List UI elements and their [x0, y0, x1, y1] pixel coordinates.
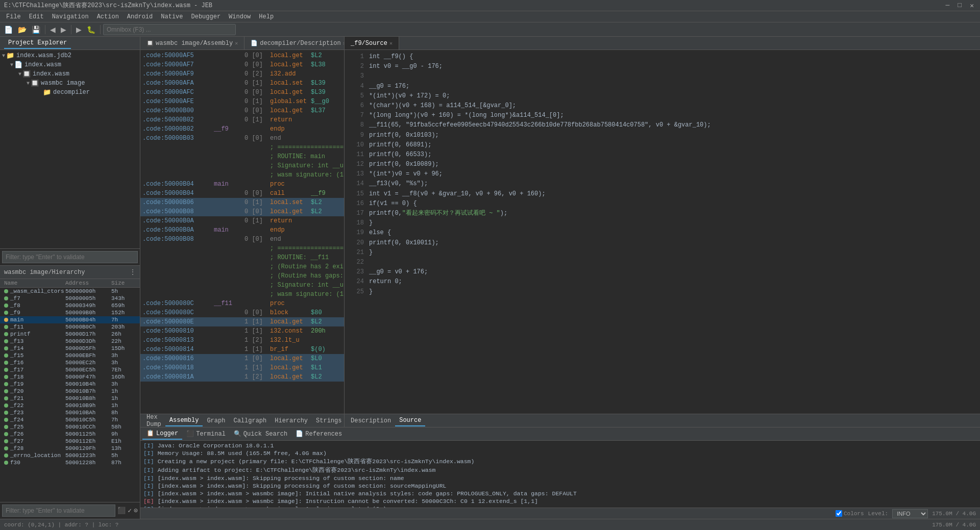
main-area: Project Explorer ▼📁index.wasm.jdb2▼📄inde… — [0, 37, 980, 519]
hierarchy-row[interactable]: _f21 500010B8h 1h — [0, 395, 140, 402]
console-text: [index.wasm > index.wasm > wasmbc image]… — [158, 490, 577, 497]
project-explorer-tab[interactable]: Project Explorer — [4, 38, 71, 49]
toolbar-new[interactable]: 📄 — [2, 24, 15, 35]
hierarchy-row[interactable]: main 50000B04h 7h — [0, 316, 140, 323]
tab-source[interactable]: _f9/Source ✕ — [345, 37, 399, 49]
toolbar-run[interactable]: ▶ — [74, 24, 84, 35]
omnibox-input[interactable] — [103, 24, 236, 35]
asm-tab-graph[interactable]: Graph — [203, 416, 229, 426]
source-line: 9 printf(0, 0x10103); — [345, 131, 980, 140]
menu-item-window[interactable]: Window — [225, 12, 255, 21]
hierarchy-row[interactable]: _f20 500010B7h 1h — [0, 388, 140, 395]
line-num: 25 — [349, 287, 364, 297]
minimize-button[interactable]: ─ — [944, 2, 952, 10]
hierarchy-row[interactable]: _f18 50000F47h 16Dh — [0, 373, 140, 381]
menu-item-debugger[interactable]: Debugger — [187, 12, 225, 21]
asm-tab-assembly[interactable]: Assembly — [165, 415, 203, 426]
colors-checkbox[interactable] — [836, 510, 842, 517]
assembly-code-area[interactable]: .code:50000AF50 [0]local.get $L2.code:50… — [140, 50, 344, 414]
source-code-area[interactable]: 1int __f9() {2 int v0 = __g0 - 176;34 __… — [345, 50, 980, 414]
code-arg-local: $L37 — [311, 106, 326, 115]
toolbar-forward[interactable]: ▶ — [59, 24, 68, 35]
window-title: E:\CTFChallenge\陕西省赛2023\src-isZmknTy\in… — [4, 1, 212, 10]
hierarchy-row[interactable]: _f14 50000D5Fh 15Dh — [0, 345, 140, 352]
hierarchy-icon3[interactable]: ⊙ — [134, 507, 138, 515]
tree-item-0[interactable]: ▼📁index.wasm.jdb2 — [0, 51, 140, 60]
level-select[interactable]: INFO DEBUG WARN ERROR — [892, 509, 928, 518]
console-tab-logger[interactable]: 📋Logger — [142, 428, 182, 440]
hierarchy-row[interactable]: f30 50001228h 87h — [0, 459, 140, 466]
asm-tab-strings[interactable]: Strings — [312, 416, 346, 426]
tree-item-3[interactable]: ▼🔲wasmbc image — [0, 79, 140, 88]
console-tab-references[interactable]: 📄References — [291, 428, 346, 439]
hierarchy-filter-input[interactable] — [2, 504, 115, 517]
console-tab-quick-search[interactable]: 🔍Quick Search — [230, 428, 291, 439]
tab-decompiler-desc[interactable]: 📄 decompiler/Description ✕ — [244, 37, 344, 49]
hierarchy-row[interactable]: _wasm_call_ctors 50000000h 5h — [0, 288, 140, 295]
toolbar: 📄 📂 💾 ◀ ▶ ▶ 🐛 — [0, 22, 980, 37]
toolbar-back[interactable]: ◀ — [48, 24, 58, 35]
hierarchy-row[interactable]: _f9 500009B0h 152h — [0, 309, 140, 316]
line-content: *(int*)v0 = v0 + 96; — [369, 169, 443, 179]
row-size: 15Dh — [111, 345, 137, 351]
assembly-tab-close[interactable]: ✕ — [235, 40, 238, 46]
hierarchy-row[interactable]: _errno_location 50001223h 5h — [0, 452, 140, 459]
source-tab-close[interactable]: ✕ — [389, 40, 393, 46]
toolbar-debug[interactable]: 🐛 — [85, 24, 97, 35]
project-filter-input[interactable] — [2, 251, 138, 263]
hierarchy-row[interactable]: _f11 50000B0Ch 203h — [0, 323, 140, 331]
hierarchy-row[interactable]: _f26 50001125h 9h — [0, 431, 140, 438]
hierarchy-row[interactable]: _f17 50000EC5h 7Eh — [0, 366, 140, 373]
asm-tab-callgraph[interactable]: Callgraph — [229, 416, 271, 426]
tab-wasmbc-assembly[interactable]: 🔲 wasmbc image/Assembly ✕ — [140, 37, 244, 49]
hierarchy-row[interactable]: _f28 5000120Fh 13h — [0, 445, 140, 452]
tree-item-1[interactable]: ▼📄index.wasm — [0, 60, 140, 69]
hierarchy-row[interactable]: _f15 50000EBFh 3h — [0, 352, 140, 359]
menu-item-file[interactable]: File — [2, 12, 25, 21]
hierarchy-row[interactable]: _f13 50000D3Dh 22h — [0, 338, 140, 345]
asm-tab-hierarchy[interactable]: Hierarchy — [271, 416, 312, 426]
hierarchy-icon2[interactable]: ✓ — [128, 507, 132, 515]
hierarchy-row[interactable]: _f23 500010BAh 8h — [0, 409, 140, 416]
code-string: "看起来密码不对？再试试看吧 ~ " — [402, 209, 500, 218]
hierarchy-row[interactable]: _f22 500010B9h 1h — [0, 402, 140, 409]
menu-item-edit[interactable]: Edit — [25, 12, 48, 21]
menu-item-action[interactable]: Action — [93, 12, 123, 21]
assembly-line: .code:50000AFC0 [0]local.get $L39 — [140, 88, 344, 97]
hierarchy-icon1[interactable]: ⬛ — [117, 507, 126, 515]
hierarchy-row[interactable]: _f25 500010CCh 58h — [0, 423, 140, 431]
hierarchy-row[interactable]: _f8 50000349h 659h — [0, 302, 140, 309]
menu-item-native[interactable]: Native — [157, 12, 187, 21]
maximize-button[interactable]: □ — [955, 2, 964, 10]
asm-tab-hex-dump[interactable]: Hex Dump — [142, 412, 165, 427]
toolbar-open[interactable]: 📂 — [16, 24, 29, 35]
row-addr: 5000112Eh — [65, 438, 111, 444]
menu-item-navigation[interactable]: Navigation — [48, 12, 93, 21]
assembly-line: .code:50000B080 [0]end — [140, 235, 344, 244]
src-tab-description[interactable]: Description — [347, 416, 395, 426]
hierarchy-row[interactable]: _f7 50000005h 343h — [0, 295, 140, 302]
hierarchy-menu-btn[interactable]: ⋮ — [130, 268, 136, 276]
tree-item-4[interactable]: 📁decompiler — [0, 88, 140, 97]
code-col1: 0 [1] — [244, 216, 270, 225]
toolbar-save[interactable]: 💾 — [30, 24, 42, 35]
src-tab-source[interactable]: Source — [395, 415, 425, 426]
tree-node-label: index.wasm — [33, 70, 69, 78]
close-button[interactable]: ✕ — [968, 2, 976, 10]
hierarchy-row[interactable]: printf 50000D17h 26h — [0, 331, 140, 338]
menu-item-android[interactable]: Android — [123, 12, 157, 21]
decompiler-tab-close[interactable]: ✕ — [343, 40, 344, 46]
console-tab-bar: 📋Logger⬛Terminal🔍Quick Search📄References — [140, 427, 980, 441]
console-tab-terminal[interactable]: ⬛Terminal — [182, 428, 230, 439]
row-dot — [4, 403, 8, 408]
tree-item-2[interactable]: ▼🔲index.wasm — [0, 69, 140, 79]
menu-item-help[interactable]: Help — [255, 12, 278, 21]
code-addr: .code:50000AFA — [142, 79, 214, 88]
code-label-empty — [214, 281, 244, 290]
hierarchy-row[interactable]: _f16 50000EC2h 3h — [0, 359, 140, 366]
hierarchy-row[interactable]: _f24 500010C5h 7h — [0, 416, 140, 423]
hierarchy-row[interactable]: _f27 5000112Eh E1h — [0, 438, 140, 445]
hierarchy-title: wasmbc image/Hierarchy — [4, 269, 85, 276]
hierarchy-row[interactable]: _f19 500010B4h 3h — [0, 381, 140, 388]
toolbar-sep2 — [71, 25, 71, 34]
